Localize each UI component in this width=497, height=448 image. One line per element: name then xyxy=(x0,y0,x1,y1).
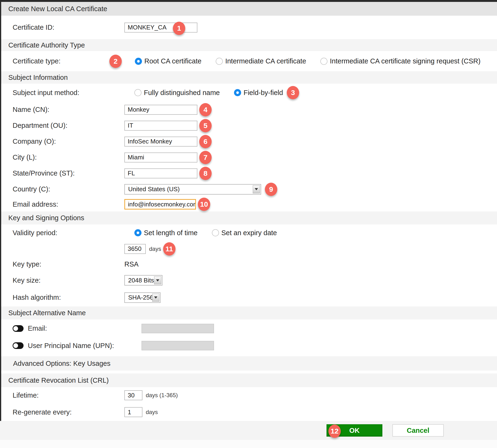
company-o-label: Company (O): xyxy=(1,138,124,145)
san-email-input-disabled xyxy=(141,324,214,333)
step-badge-2: 2 xyxy=(109,55,122,68)
section-header-key-and-signing-options: Key and Signing Options xyxy=(1,211,497,224)
crl-regenerate-unit: days xyxy=(146,409,158,416)
company-o-input[interactable] xyxy=(124,137,197,146)
crl-regenerate-row: Re-generate every: days xyxy=(1,403,497,421)
key-type-value: RSA xyxy=(124,260,139,268)
radio-unselected-icon xyxy=(212,229,219,236)
section-header-subject-alternative-name: Subject Alternative Name xyxy=(1,306,497,320)
step-badge-6: 6 xyxy=(199,135,212,148)
email-address-label: Email address: xyxy=(1,200,124,208)
footer-button-bar: 12 OK Cancel xyxy=(0,421,497,440)
radio-unselected-icon xyxy=(134,89,141,96)
radio-intermediate-ca-certificate[interactable]: Intermediate CA certificate xyxy=(216,57,306,65)
radio-set-length-of-time[interactable]: Set length of time xyxy=(134,229,198,237)
san-email-row: Email: xyxy=(1,320,497,337)
key-size-row: Key size: 2048 Bits xyxy=(1,272,497,288)
key-size-select-value: 2048 Bits xyxy=(128,277,154,284)
radio-field-by-field[interactable]: Field-by-field xyxy=(234,89,283,97)
department-ou-input[interactable] xyxy=(124,121,197,131)
validity-period-row: Validity period: Set length of time Set … xyxy=(1,224,497,241)
crl-lifetime-label: Lifetime: xyxy=(1,391,124,399)
step-badge-5: 5 xyxy=(199,119,212,132)
dropdown-arrow-icon xyxy=(253,185,260,193)
radio-unselected-icon xyxy=(216,58,223,65)
san-upn-label: User Principal Name (UPN): xyxy=(28,342,141,350)
step-badge-1: 1 xyxy=(173,22,185,35)
san-upn-toggle-off[interactable] xyxy=(13,342,24,349)
radio-root-ca-certificate[interactable]: Root CA certificate xyxy=(135,57,201,65)
section-header-certificate-authority-type: Certificate Authority Type xyxy=(1,39,497,51)
country-select-value: United States (US) xyxy=(128,186,180,193)
dialog-title: Create New Local CA Certificate xyxy=(1,2,497,16)
cancel-button[interactable]: Cancel xyxy=(392,424,444,437)
validity-days-input[interactable] xyxy=(124,244,146,254)
certificate-type-row: Certificate type: 2 Root CA certificate … xyxy=(1,51,497,71)
hash-algorithm-row: Hash algorithm: SHA-256 xyxy=(1,288,497,306)
crl-regenerate-input[interactable] xyxy=(124,407,142,417)
department-ou-label: Department (OU): xyxy=(1,122,124,129)
department-ou-row: Department (OU): 5 xyxy=(1,118,497,133)
san-upn-input-disabled xyxy=(141,341,214,350)
city-l-label: City (L): xyxy=(1,153,124,161)
name-cn-row: Name (CN): 4 xyxy=(1,102,497,118)
name-cn-label: Name (CN): xyxy=(1,106,124,113)
certificate-id-row: Certificate ID: 1 xyxy=(1,16,497,39)
create-ca-dialog: Create New Local CA Certificate Certific… xyxy=(0,0,497,448)
radio-intermediate-ca-csr[interactable]: Intermediate CA certificate signing requ… xyxy=(320,57,480,65)
step-badge-12: 12 xyxy=(328,424,341,438)
state-province-label: State/Province (ST): xyxy=(1,169,124,177)
section-header-advanced-options-key-usages[interactable]: Advanced Options: Key Usages xyxy=(1,356,497,370)
step-badge-10: 10 xyxy=(198,198,210,211)
radio-selected-icon xyxy=(134,229,141,236)
crl-regenerate-label: Re-generate every: xyxy=(1,408,124,416)
certificate-id-input[interactable] xyxy=(124,23,197,32)
certificate-id-label: Certificate ID: xyxy=(1,24,124,31)
state-province-input[interactable] xyxy=(124,168,197,178)
key-size-select[interactable]: 2048 Bits xyxy=(124,275,162,286)
radio-selected-icon xyxy=(135,58,142,65)
step-badge-8: 8 xyxy=(199,167,212,180)
radio-unselected-icon xyxy=(320,58,327,65)
spacer xyxy=(1,370,497,373)
hash-algorithm-label: Hash algorithm: xyxy=(1,294,124,302)
section-header-subject-information: Subject Information xyxy=(1,71,497,84)
email-address-input[interactable] xyxy=(124,199,196,209)
city-l-input[interactable] xyxy=(124,153,197,162)
step-badge-7: 7 xyxy=(199,151,212,164)
crl-lifetime-input[interactable] xyxy=(124,390,142,400)
crl-lifetime-row: Lifetime: days (1-365) xyxy=(1,387,497,403)
subject-input-method-label: Subject input method: xyxy=(1,89,124,97)
step-badge-4: 4 xyxy=(199,103,212,116)
state-province-row: State/Province (ST): 8 xyxy=(1,165,497,181)
validity-days-unit: days xyxy=(149,246,161,252)
name-cn-input[interactable] xyxy=(124,105,197,115)
validity-period-label: Validity period: xyxy=(1,229,124,237)
radio-fully-distinguished-name[interactable]: Fully distinguished name xyxy=(134,89,220,97)
radio-selected-icon xyxy=(234,89,241,96)
validity-days-row: days 11 xyxy=(1,241,497,256)
san-email-toggle-off[interactable] xyxy=(13,325,24,332)
bottom-strip xyxy=(0,440,497,448)
dialog-body: Create New Local CA Certificate Certific… xyxy=(0,2,497,421)
step-badge-9: 9 xyxy=(265,183,277,196)
key-type-label: Key type: xyxy=(1,260,124,268)
san-upn-row: User Principal Name (UPN): xyxy=(1,337,497,354)
key-size-label: Key size: xyxy=(1,276,124,284)
section-header-certificate-revocation-list: Certificate Revocation List (CRL) xyxy=(1,373,497,387)
hash-algorithm-select[interactable]: SHA-256 xyxy=(124,292,160,303)
dropdown-arrow-icon xyxy=(154,276,161,284)
email-address-row: Email address: 10 xyxy=(1,197,497,211)
dropdown-arrow-icon xyxy=(152,294,159,302)
key-type-row: Key type: RSA xyxy=(1,256,497,272)
hash-algorithm-select-value: SHA-256 xyxy=(128,294,153,301)
company-o-row: Company (O): 6 xyxy=(1,133,497,149)
city-l-row: City (L): 7 xyxy=(1,149,497,165)
country-row: Country (C): United States (US) 9 xyxy=(1,181,497,197)
country-select[interactable]: United States (US) xyxy=(124,184,261,194)
spacer xyxy=(1,354,497,356)
step-badge-3: 3 xyxy=(287,86,299,99)
radio-set-an-expiry-date[interactable]: Set an expiry date xyxy=(212,229,277,237)
crl-lifetime-unit: days (1-365) xyxy=(146,392,178,399)
san-email-label: Email: xyxy=(28,324,141,332)
